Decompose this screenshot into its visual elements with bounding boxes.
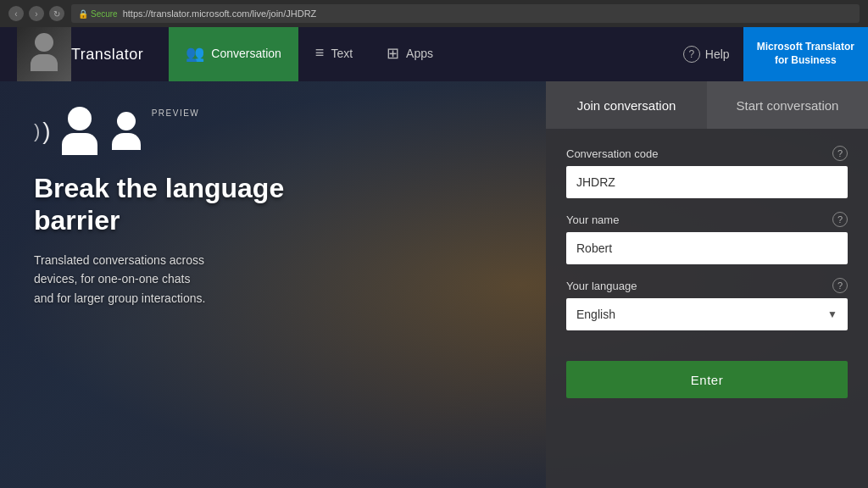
- nav-tab-text-label: Text: [331, 47, 353, 60]
- panel-tabs: Join conversation Start conversation: [546, 81, 868, 129]
- hero-title: Break the language barrier: [34, 172, 407, 237]
- secure-badge: 🔒 Secure: [78, 9, 118, 19]
- form-group-language: Your language ? English Spanish French G…: [566, 278, 848, 330]
- preview-icons-area: ) ) PREVIEW: [34, 107, 407, 155]
- conversation-code-input[interactable]: [566, 166, 848, 198]
- business-btn-text: Microsoft Translatorfor Business: [757, 41, 854, 67]
- right-panel: Join conversation Start conversation Con…: [546, 81, 868, 488]
- nav-tabs: 👥 Conversation ≡ Text ⊞ Apps: [169, 27, 450, 81]
- language-help-icon[interactable]: ?: [832, 278, 848, 293]
- top-nav: Translator 👥 Conversation ≡ Text ⊞ Apps …: [0, 27, 868, 81]
- enter-button[interactable]: Enter: [566, 361, 848, 398]
- apps-icon: ⊞: [387, 44, 399, 63]
- browser-bar: ‹ › ↻ 🔒 Secure https://translator.micros…: [0, 0, 868, 27]
- avatar-person-shape: [27, 33, 61, 75]
- left-content: ) ) PREVIEW Break the language barrier T…: [0, 81, 441, 488]
- avatar-thumbnail: [17, 27, 71, 81]
- code-help-icon[interactable]: ?: [832, 146, 848, 161]
- logo-text: Translator: [71, 46, 143, 64]
- nav-logo-area: Translator: [71, 46, 143, 64]
- preview-badge: PREVIEW: [152, 108, 200, 118]
- url-text: https://translator.microsoft.com/live/jo…: [123, 8, 317, 19]
- conversation-icon: 👥: [186, 44, 204, 63]
- address-bar[interactable]: 🔒 Secure https://translator.microsoft.co…: [71, 4, 860, 23]
- lock-icon: 🔒: [78, 9, 88, 19]
- back-button[interactable]: ‹: [8, 6, 24, 21]
- your-name-input[interactable]: [566, 232, 848, 264]
- nav-tab-conversation-label: Conversation: [211, 47, 281, 60]
- form-group-code: Conversation code ?: [566, 146, 848, 198]
- code-label: Conversation code: [566, 147, 658, 160]
- avatar-image: [17, 27, 71, 81]
- code-label-row: Conversation code ?: [566, 146, 848, 161]
- language-select[interactable]: English Spanish French German Chinese Ja…: [566, 298, 848, 330]
- business-button[interactable]: Microsoft Translatorfor Business: [743, 27, 868, 81]
- person-body-left: [62, 133, 97, 155]
- browser-controls: ‹ › ↻: [8, 6, 64, 21]
- tab-join-conversation[interactable]: Join conversation: [546, 81, 707, 129]
- help-label: Help: [705, 47, 730, 61]
- avatar-body: [31, 54, 58, 71]
- person-icon-left: [62, 107, 97, 155]
- person-icon-right: [112, 112, 141, 150]
- app-wrapper: Translator 👥 Conversation ≡ Text ⊞ Apps …: [0, 27, 868, 488]
- text-icon: ≡: [315, 44, 325, 62]
- sound-waves-icon: ) ): [34, 118, 51, 145]
- panel-form: Conversation code ? Your name ?: [546, 129, 868, 488]
- refresh-button[interactable]: ↻: [49, 6, 64, 21]
- nav-tab-conversation[interactable]: 👥 Conversation: [169, 27, 298, 81]
- person-head-left: [68, 107, 92, 130]
- nav-tab-text[interactable]: ≡ Text: [298, 27, 370, 81]
- forward-button[interactable]: ›: [29, 6, 44, 21]
- language-label-row: Your language ?: [566, 278, 848, 293]
- hero-subtitle: Translated conversations across devices,…: [34, 251, 339, 308]
- nav-tab-apps[interactable]: ⊞ Apps: [370, 27, 450, 81]
- language-label: Your language: [566, 280, 637, 292]
- main-content: ) ) PREVIEW Break the language barrier T…: [0, 81, 868, 488]
- person-body-right: [112, 133, 141, 150]
- tab-start-conversation[interactable]: Start conversation: [707, 81, 868, 129]
- help-circle-icon: ?: [683, 46, 700, 63]
- nav-tab-apps-label: Apps: [406, 47, 433, 60]
- name-label: Your name: [566, 214, 619, 226]
- avatar-head: [35, 33, 53, 52]
- name-help-icon[interactable]: ?: [832, 212, 848, 227]
- form-group-name: Your name ?: [566, 212, 848, 264]
- enter-button-label: Enter: [691, 373, 723, 387]
- person-head-right: [117, 112, 136, 130]
- name-label-row: Your name ?: [566, 212, 848, 227]
- nav-help[interactable]: ? Help: [670, 46, 743, 63]
- secure-label: Secure: [91, 9, 118, 19]
- language-select-wrapper: English Spanish French German Chinese Ja…: [566, 298, 848, 330]
